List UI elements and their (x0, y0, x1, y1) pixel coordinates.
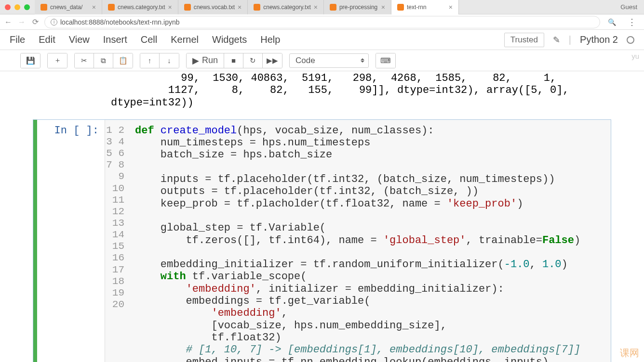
stop-button[interactable]: ■ (224, 53, 243, 68)
save-button[interactable]: 💾 (21, 53, 40, 68)
tab-label: cnews_data/ (50, 4, 82, 11)
notebook-area: 99, 1530, 40863, 5191, 298, 4268, 1585, … (0, 71, 644, 362)
site-watermark: 课网 (620, 347, 639, 360)
code-cell-selected[interactable]: In [ ]: 1 2 3 4 5 6 7 8 9 10 11 12 13 14… (33, 119, 611, 362)
menu-help[interactable]: Help (260, 34, 280, 45)
window-controls (0, 4, 35, 10)
trusted-button[interactable]: Trusted (504, 33, 544, 47)
jupyter-icon (254, 4, 260, 11)
move-down-button[interactable]: ↓ (160, 53, 179, 68)
tab-label: text-rnn (407, 4, 427, 11)
menu-kernel[interactable]: Kernel (171, 34, 199, 45)
move-up-button[interactable]: ↑ (140, 53, 160, 68)
tab-close-icon[interactable]: × (381, 3, 385, 11)
edit-icon[interactable]: ✎ (553, 35, 560, 45)
play-icon: ▶ (192, 55, 199, 66)
command-palette-button[interactable]: ⌨ (376, 53, 395, 68)
browser-tab[interactable]: cnews.category.txt× (102, 0, 178, 14)
zoom-icon[interactable]: 🔍 (605, 18, 619, 26)
cell-type-select[interactable]: Code (289, 53, 369, 68)
cut-button[interactable]: ✂ (75, 53, 94, 68)
code-editor[interactable]: 1 2 3 4 5 6 7 8 9 10 11 12 13 14 15 16 1… (105, 120, 611, 362)
jupyter-toolbar: 💾 ＋ ✂ ⧉ 📋 ↑ ↓ ▶Run ■ ↻ ▶▶ Code ⌨ (0, 50, 644, 71)
menu-widgets[interactable]: Widgets (212, 34, 247, 45)
jupyter-icon (330, 4, 336, 11)
site-info-icon[interactable]: i (51, 19, 57, 26)
browser-tab[interactable]: cnews.category.txt× (248, 0, 324, 14)
code-content[interactable]: def create_model(hps, vocab_size, num_cl… (129, 120, 611, 362)
tab-close-icon[interactable]: × (449, 3, 453, 11)
fast-forward-button[interactable]: ▶▶ (263, 53, 282, 68)
tab-label: cnews.category.txt (118, 4, 165, 11)
jupyter-icon (184, 4, 191, 11)
menu-file[interactable]: File (10, 34, 25, 45)
browser-tab-active[interactable]: text-rnn× (391, 0, 459, 14)
jupyter-menubar: File Edit View Insert Cell Kernel Widget… (0, 30, 644, 50)
copy-button[interactable]: ⧉ (94, 53, 113, 68)
address-bar: ← → ⟳ i localhost:8888/notebooks/text-rn… (0, 14, 644, 30)
kernel-indicator-icon (627, 36, 634, 44)
tab-label: pre-processing (339, 4, 377, 11)
tab-close-icon[interactable]: × (238, 3, 242, 11)
browser-tab[interactable]: cnews.vocab.txt× (178, 0, 248, 14)
paste-button[interactable]: 📋 (113, 53, 133, 68)
back-button[interactable]: ← (4, 18, 13, 26)
window-close-button[interactable] (5, 4, 11, 10)
browser-menu-icon[interactable]: ⋮ (624, 17, 640, 27)
window-maximize-button[interactable] (24, 4, 30, 10)
kernel-name[interactable]: Python 2 (580, 34, 618, 45)
cell-type-value: Code (295, 56, 315, 65)
input-prompt: In [ ]: (37, 120, 105, 362)
output-cell: 99, 1530, 40863, 5191, 298, 4268, 1585, … (0, 71, 644, 113)
menu-view[interactable]: View (69, 34, 90, 45)
jupyter-icon (108, 4, 115, 11)
browser-tab[interactable]: cnews_data/× (35, 0, 102, 14)
browser-tabs: cnews_data/× cnews.category.txt× cnews.v… (35, 0, 614, 14)
browser-tab[interactable]: pre-processing× (324, 0, 391, 14)
reload-button[interactable]: ⟳ (31, 18, 40, 26)
url-text: localhost:8888/notebooks/text-rnn.ipynb (60, 18, 180, 26)
tab-label: cnews.category.txt (263, 4, 310, 11)
tab-label: cnews.vocab.txt (194, 4, 235, 11)
run-label: Run (202, 55, 218, 65)
restart-button[interactable]: ↻ (243, 53, 263, 68)
browser-tab-strip: cnews_data/× cnews.category.txt× cnews.v… (0, 0, 644, 14)
menu-edit[interactable]: Edit (39, 34, 55, 45)
select-arrow-icon (361, 58, 364, 63)
add-cell-button[interactable]: ＋ (48, 53, 67, 68)
guest-badge: Guest (614, 3, 644, 11)
menu-cell[interactable]: Cell (141, 34, 157, 45)
url-input[interactable]: i localhost:8888/notebooks/text-rnn.ipyn… (44, 16, 600, 28)
menu-insert[interactable]: Insert (103, 34, 127, 45)
tab-close-icon[interactable]: × (92, 3, 96, 11)
jupyter-icon (40, 4, 47, 11)
tab-close-icon[interactable]: × (314, 3, 318, 11)
tab-close-icon[interactable]: × (168, 3, 172, 11)
jupyter-icon (397, 4, 404, 11)
watermark-yu: yu (631, 52, 639, 60)
window-minimize-button[interactable] (14, 4, 20, 10)
edit-mode-indicator (33, 120, 37, 362)
run-button[interactable]: ▶Run (187, 53, 224, 68)
line-number-gutter: 1 2 3 4 5 6 7 8 9 10 11 12 13 14 15 16 1… (105, 120, 129, 362)
forward-button[interactable]: → (17, 18, 26, 26)
